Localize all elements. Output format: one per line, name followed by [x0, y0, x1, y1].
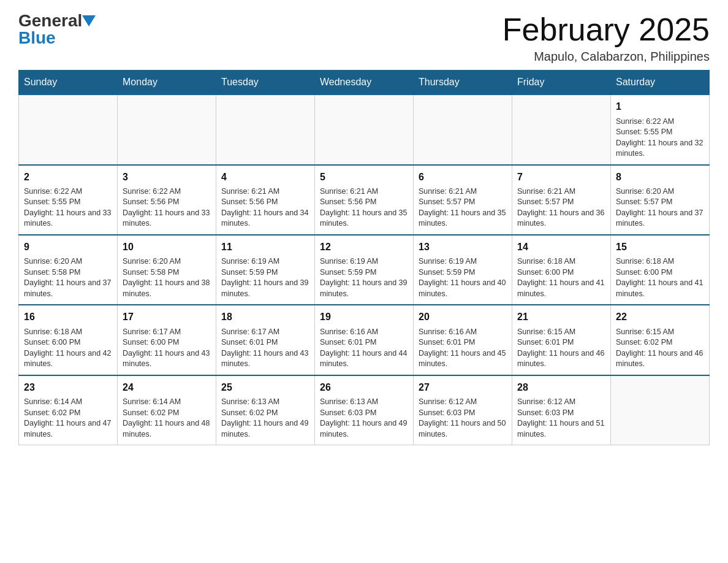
day-number: 21 — [517, 310, 605, 324]
day-info: Sunrise: 6:21 AMSunset: 5:56 PMDaylight:… — [320, 186, 408, 229]
calendar-cell: 6Sunrise: 6:21 AMSunset: 5:57 PMDaylight… — [414, 165, 512, 235]
day-number: 2 — [24, 170, 112, 184]
day-info: Sunrise: 6:13 AMSunset: 6:02 PMDaylight:… — [221, 397, 309, 440]
calendar-cell: 21Sunrise: 6:15 AMSunset: 6:01 PMDayligh… — [512, 305, 611, 375]
day-number: 7 — [517, 170, 605, 184]
calendar-cell: 5Sunrise: 6:21 AMSunset: 5:56 PMDaylight… — [315, 165, 414, 235]
day-info: Sunrise: 6:16 AMSunset: 6:01 PMDaylight:… — [320, 327, 408, 370]
weekday-header-saturday: Saturday — [611, 71, 710, 95]
calendar-cell: 1Sunrise: 6:22 AMSunset: 5:55 PMDaylight… — [611, 94, 710, 164]
day-number: 24 — [123, 381, 211, 394]
day-number: 14 — [517, 240, 605, 254]
calendar-week-row: 9Sunrise: 6:20 AMSunset: 5:58 PMDaylight… — [19, 235, 710, 305]
calendar-cell: 24Sunrise: 6:14 AMSunset: 6:02 PMDayligh… — [118, 375, 216, 445]
calendar-cell: 15Sunrise: 6:18 AMSunset: 6:00 PMDayligh… — [611, 235, 710, 305]
calendar-cell — [315, 94, 414, 164]
calendar-week-row: 16Sunrise: 6:18 AMSunset: 6:00 PMDayligh… — [19, 305, 710, 375]
day-number: 1 — [616, 100, 704, 113]
calendar-cell: 7Sunrise: 6:21 AMSunset: 5:57 PMDaylight… — [512, 165, 611, 235]
day-number: 22 — [616, 310, 704, 324]
day-info: Sunrise: 6:17 AMSunset: 6:01 PMDaylight:… — [221, 327, 309, 370]
weekday-header-tuesday: Tuesday — [216, 71, 315, 95]
day-number: 8 — [616, 170, 704, 184]
day-info: Sunrise: 6:14 AMSunset: 6:02 PMDaylight:… — [24, 397, 112, 440]
calendar-cell — [611, 375, 710, 445]
title-block: February 2025 Mapulo, Calabarzon, Philip… — [502, 12, 710, 64]
logo-triangle-icon — [82, 15, 96, 26]
weekday-header-monday: Monday — [118, 71, 216, 95]
weekday-header-friday: Friday — [512, 71, 611, 95]
calendar-week-row: 1Sunrise: 6:22 AMSunset: 5:55 PMDaylight… — [19, 94, 710, 164]
day-number: 17 — [123, 310, 211, 324]
calendar-week-row: 2Sunrise: 6:22 AMSunset: 5:55 PMDaylight… — [19, 165, 710, 235]
weekday-header-wednesday: Wednesday — [315, 71, 414, 95]
calendar-cell: 9Sunrise: 6:20 AMSunset: 5:58 PMDaylight… — [19, 235, 118, 305]
day-number: 28 — [517, 381, 605, 394]
day-info: Sunrise: 6:21 AMSunset: 5:57 PMDaylight:… — [419, 186, 507, 229]
day-number: 23 — [24, 381, 112, 394]
svg-marker-0 — [82, 15, 96, 26]
calendar-cell: 16Sunrise: 6:18 AMSunset: 6:00 PMDayligh… — [19, 305, 118, 375]
calendar-table: SundayMondayTuesdayWednesdayThursdayFrid… — [18, 70, 710, 445]
day-number: 5 — [320, 170, 408, 184]
day-number: 18 — [221, 310, 309, 324]
weekday-header-thursday: Thursday — [414, 71, 512, 95]
day-info: Sunrise: 6:19 AMSunset: 5:59 PMDaylight:… — [320, 256, 408, 299]
day-number: 3 — [123, 170, 211, 184]
calendar-cell — [414, 94, 512, 164]
day-info: Sunrise: 6:16 AMSunset: 6:01 PMDaylight:… — [419, 327, 507, 370]
calendar-cell: 28Sunrise: 6:12 AMSunset: 6:03 PMDayligh… — [512, 375, 611, 445]
day-info: Sunrise: 6:18 AMSunset: 6:00 PMDaylight:… — [517, 256, 605, 299]
logo: General Blue — [18, 12, 96, 47]
day-number: 10 — [123, 240, 211, 254]
day-info: Sunrise: 6:20 AMSunset: 5:58 PMDaylight:… — [123, 256, 211, 299]
location-subtitle: Mapulo, Calabarzon, Philippines — [502, 50, 710, 64]
day-number: 11 — [221, 240, 309, 254]
day-number: 26 — [320, 381, 408, 394]
calendar-cell: 10Sunrise: 6:20 AMSunset: 5:58 PMDayligh… — [118, 235, 216, 305]
calendar-cell: 20Sunrise: 6:16 AMSunset: 6:01 PMDayligh… — [414, 305, 512, 375]
day-info: Sunrise: 6:22 AMSunset: 5:55 PMDaylight:… — [616, 117, 704, 159]
day-number: 27 — [419, 381, 507, 394]
calendar-cell — [512, 94, 611, 164]
calendar-cell: 14Sunrise: 6:18 AMSunset: 6:00 PMDayligh… — [512, 235, 611, 305]
calendar-cell — [216, 94, 315, 164]
calendar-cell: 2Sunrise: 6:22 AMSunset: 5:55 PMDaylight… — [19, 165, 118, 235]
day-number: 6 — [419, 170, 507, 184]
calendar-cell: 25Sunrise: 6:13 AMSunset: 6:02 PMDayligh… — [216, 375, 315, 445]
day-info: Sunrise: 6:15 AMSunset: 6:02 PMDaylight:… — [616, 327, 704, 370]
calendar-cell — [19, 94, 118, 164]
day-number: 20 — [419, 310, 507, 324]
day-info: Sunrise: 6:19 AMSunset: 5:59 PMDaylight:… — [419, 256, 507, 299]
day-info: Sunrise: 6:21 AMSunset: 5:56 PMDaylight:… — [221, 186, 309, 229]
day-info: Sunrise: 6:21 AMSunset: 5:57 PMDaylight:… — [517, 186, 605, 229]
calendar-cell: 19Sunrise: 6:16 AMSunset: 6:01 PMDayligh… — [315, 305, 414, 375]
weekday-header-row: SundayMondayTuesdayWednesdayThursdayFrid… — [19, 71, 710, 95]
calendar-week-row: 23Sunrise: 6:14 AMSunset: 6:02 PMDayligh… — [19, 375, 710, 445]
calendar-cell: 11Sunrise: 6:19 AMSunset: 5:59 PMDayligh… — [216, 235, 315, 305]
logo-general-text: General — [18, 12, 82, 29]
day-info: Sunrise: 6:15 AMSunset: 6:01 PMDaylight:… — [517, 327, 605, 370]
day-number: 13 — [419, 240, 507, 254]
day-number: 9 — [24, 240, 112, 254]
day-info: Sunrise: 6:13 AMSunset: 6:03 PMDaylight:… — [320, 397, 408, 440]
calendar-cell: 3Sunrise: 6:22 AMSunset: 5:56 PMDaylight… — [118, 165, 216, 235]
day-number: 19 — [320, 310, 408, 324]
day-number: 16 — [24, 310, 112, 324]
day-info: Sunrise: 6:14 AMSunset: 6:02 PMDaylight:… — [123, 397, 211, 440]
day-info: Sunrise: 6:22 AMSunset: 5:56 PMDaylight:… — [123, 186, 211, 229]
calendar-cell: 23Sunrise: 6:14 AMSunset: 6:02 PMDayligh… — [19, 375, 118, 445]
day-info: Sunrise: 6:20 AMSunset: 5:57 PMDaylight:… — [616, 186, 704, 229]
page-header: General Blue February 2025 Mapulo, Calab… — [18, 12, 710, 64]
calendar-cell: 22Sunrise: 6:15 AMSunset: 6:02 PMDayligh… — [611, 305, 710, 375]
calendar-cell: 27Sunrise: 6:12 AMSunset: 6:03 PMDayligh… — [414, 375, 512, 445]
day-info: Sunrise: 6:18 AMSunset: 6:00 PMDaylight:… — [616, 256, 704, 299]
calendar-cell — [118, 94, 216, 164]
logo-blue-text: Blue — [18, 29, 56, 47]
day-info: Sunrise: 6:19 AMSunset: 5:59 PMDaylight:… — [221, 256, 309, 299]
weekday-header-sunday: Sunday — [19, 71, 118, 95]
calendar-cell: 12Sunrise: 6:19 AMSunset: 5:59 PMDayligh… — [315, 235, 414, 305]
calendar-cell: 8Sunrise: 6:20 AMSunset: 5:57 PMDaylight… — [611, 165, 710, 235]
calendar-cell: 26Sunrise: 6:13 AMSunset: 6:03 PMDayligh… — [315, 375, 414, 445]
day-number: 25 — [221, 381, 309, 394]
